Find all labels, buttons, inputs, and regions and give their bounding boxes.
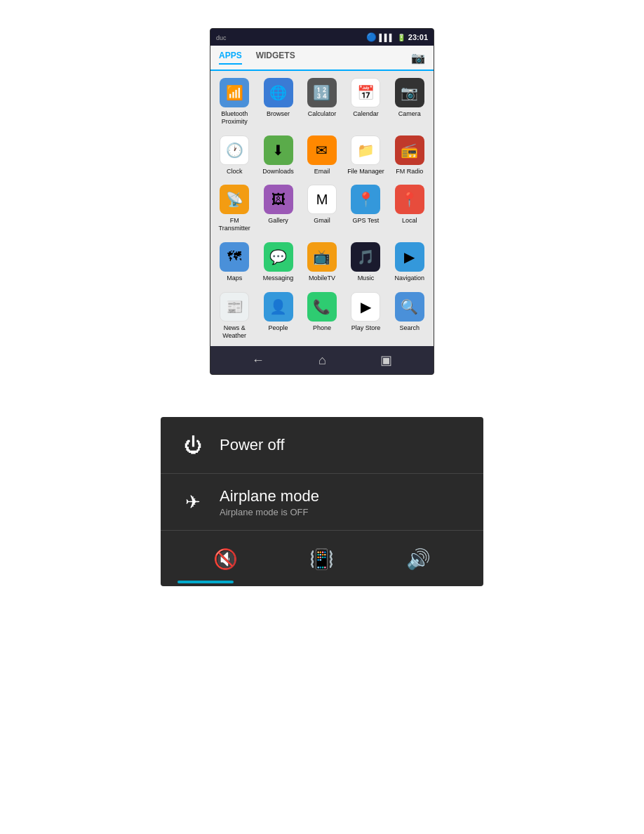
app-label-file-manager: File Manager [347,168,384,176]
app-item-fm-transmitter[interactable]: 📡FM Transmitter [213,180,255,237]
app-icon-email: ✉ [307,135,337,165]
bluetooth-status-icon: 🔵 [366,32,377,42]
app-label-navigation: Navigation [395,274,425,282]
tabs-left: APPS WIDGETS [219,51,295,65]
app-icon-search: 🔍 [395,292,424,322]
app-item-gps-test[interactable]: 📍GPS Test [344,180,387,237]
app-item-gmail[interactable]: MGmail [301,180,343,237]
airplane-mode-item[interactable]: ✈ Airplane mode Airplane mode is OFF [161,474,483,531]
app-icon-music: 🎵 [351,242,380,272]
carrier-text: duc [216,34,227,41]
app-label-clock: Clock [227,168,243,176]
app-icon-mobile-tv: 📺 [307,242,337,272]
power-off-icon: ⏻ [177,430,208,461]
power-menu: ⏻ Power off ✈ Airplane mode Airplane mod… [161,417,483,586]
volume-button[interactable]: 🔊 [406,548,431,571]
app-label-gallery: Gallery [268,217,288,225]
app-icon-browser: 🌐 [264,78,293,107]
app-icon-phone: 📞 [307,292,337,322]
home-button[interactable]: ⌂ [318,353,326,368]
app-label-browser: Browser [267,110,290,118]
app-icon-gallery: 🖼 [264,185,293,214]
app-icon-calculator: 🔢 [307,78,337,107]
app-label-news-weather: News & Weather [222,324,246,340]
nav-bar: ← ⌂ ▣ [210,346,434,374]
app-label-fm-transmitter: FM Transmitter [219,217,250,232]
app-item-file-manager[interactable]: 📁File Manager [344,131,387,180]
tab-widgets[interactable]: WIDGETS [256,51,295,65]
app-label-local: Local [402,217,417,225]
app-icon-downloads: ⬇ [264,135,293,165]
silent-icon: 🔇 [213,548,238,571]
sound-progress-bar [177,581,234,583]
app-icon-file-manager: 📁 [351,135,380,165]
app-item-browser[interactable]: 🌐Browser [257,74,299,130]
app-item-phone[interactable]: 📞Phone [301,288,343,344]
app-item-search[interactable]: 🔍Search [389,288,431,344]
signal-bars-icon: ▌▌▌ [380,34,394,41]
app-item-gallery[interactable]: 🖼Gallery [257,180,299,237]
app-icon-navigation: ▶ [395,242,424,272]
volume-icon: 🔊 [406,548,431,571]
app-item-news-weather[interactable]: 📰News & Weather [213,288,255,344]
app-icon-people: 👤 [264,292,293,322]
app-item-calculator[interactable]: 🔢Calculator [301,74,343,130]
app-icon-camera: 📷 [395,78,424,107]
app-icon-play-store: ▶ [351,292,380,322]
app-label-mobile-tv: MobileTV [309,274,335,282]
apps-grid: 📶Bluetooth Proximity🌐Browser🔢Calculator📅… [210,71,434,346]
app-item-navigation[interactable]: ▶Navigation [389,238,431,286]
app-item-calendar[interactable]: 📅Calendar [344,74,387,130]
app-icon-clock: 🕐 [220,135,249,165]
app-icon-calendar: 📅 [351,78,380,107]
tabs-bar: APPS WIDGETS 📷 [210,46,434,71]
time-display: 23:01 [408,33,428,41]
app-icon-fm-transmitter: 📡 [220,185,249,214]
app-item-messaging[interactable]: 💬Messaging [257,238,299,286]
app-label-downloads: Downloads [262,168,294,176]
sound-section: 🔇 📳 🔊 [161,531,483,583]
app-item-local[interactable]: 📍Local [389,180,431,237]
app-label-bluetooth-proximity: Bluetooth Proximity [221,110,248,126]
app-item-camera[interactable]: 📷Camera [389,74,431,130]
app-label-maps: Maps [227,274,242,282]
power-off-title: Power off [220,436,285,454]
app-item-maps[interactable]: 🗺Maps [213,238,255,286]
app-item-fm-radio[interactable]: 📻FM Radio [389,131,431,180]
power-off-item[interactable]: ⏻ Power off [161,417,483,474]
camera-tab-icon[interactable]: 📷 [411,51,425,65]
app-item-mobile-tv[interactable]: 📺MobileTV [301,238,343,286]
app-item-people[interactable]: 👤People [257,288,299,344]
app-item-email[interactable]: ✉Email [301,131,343,180]
app-icon-messaging: 💬 [264,242,293,272]
app-label-people: People [269,324,288,332]
app-icon-fm-radio: 📻 [395,135,424,165]
app-item-music[interactable]: 🎵Music [344,238,387,286]
app-item-play-store[interactable]: ▶Play Store [344,288,387,344]
app-item-downloads[interactable]: ⬇Downloads [257,131,299,180]
status-bar-right: 🔵 ▌▌▌ 🔋 23:01 [366,32,428,42]
app-icon-local: 📍 [395,185,424,214]
airplane-mode-icon: ✈ [177,486,208,517]
app-label-phone: Phone [313,324,331,332]
app-icon-bluetooth-proximity: 📶 [220,78,249,107]
power-off-text-block: Power off [220,436,285,454]
vibrate-button[interactable]: 📳 [309,548,334,571]
page-wrapper: duc 🔵 ▌▌▌ 🔋 23:01 APPS WIDGETS 📷 📶Blueto… [0,28,644,586]
app-icon-gps-test: 📍 [351,185,380,214]
phone-screen: duc 🔵 ▌▌▌ 🔋 23:01 APPS WIDGETS 📷 📶Blueto… [210,28,434,375]
app-item-bluetooth-proximity[interactable]: 📶Bluetooth Proximity [213,74,255,130]
airplane-mode-subtitle: Airplane mode is OFF [220,507,319,517]
app-item-clock[interactable]: 🕐Clock [213,131,255,180]
app-label-fm-radio: FM Radio [396,168,423,176]
app-label-camera: Camera [398,110,421,118]
silent-button[interactable]: 🔇 [213,548,238,571]
recents-button[interactable]: ▣ [380,352,392,368]
app-label-search: Search [400,324,420,332]
tab-apps[interactable]: APPS [219,51,242,65]
app-label-calculator: Calculator [308,110,337,118]
battery-icon: 🔋 [397,34,405,41]
status-bar: duc 🔵 ▌▌▌ 🔋 23:01 [210,29,434,46]
back-button[interactable]: ← [252,353,264,368]
app-icon-gmail: M [307,185,337,214]
